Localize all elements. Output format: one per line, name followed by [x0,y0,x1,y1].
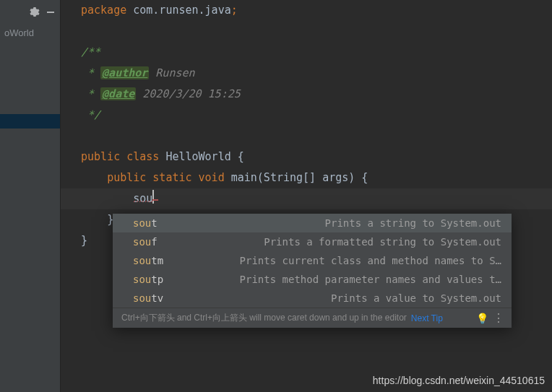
caret [152,190,154,204]
completion-item[interactable]: soutPrints a string to System.out [113,214,512,232]
completion-item-name: soutp [133,274,163,285]
completion-item-name: soutv [133,292,163,304]
bulb-icon[interactable]: 💡 [476,313,488,324]
code-line [61,126,552,147]
typed-text: sou [133,192,152,205]
completion-item-desc: Prints current class and method names to… [163,255,501,266]
completion-item-desc: Prints a formatted string to System.out [158,236,501,248]
completion-item-name: soutm [133,255,163,266]
completion-hint: Ctrl+向下箭头 and Ctrl+向上箭头 will move caret … [121,312,407,324]
code-line-active: sou [61,188,552,209]
completion-popup: soutPrints a string to System.outsoufPri… [113,214,512,328]
completion-item[interactable]: soutmPrints current class and method nam… [113,251,512,270]
code-line: public class HelloWorld { [61,147,552,167]
completion-item[interactable]: soutvPrints a value to System.out [113,289,512,308]
completion-item-desc: Prints a value to System.out [163,292,501,304]
sidebar: oWorld [0,0,61,392]
more-icon[interactable]: ⋮ [493,313,504,324]
completion-item-name: souf [133,236,158,248]
sidebar-selection [0,114,60,129]
code-line: * @date 2020/3/20 15:25 [61,84,552,105]
minimize-icon[interactable] [46,7,56,17]
code-line [61,21,552,42]
next-tip-link[interactable]: Next Tip [411,313,443,323]
code-line: public static void main(String[] args) { [61,167,552,188]
completion-item-name: sout [133,217,158,229]
gear-icon[interactable] [28,6,40,18]
watermark: https://blog.csdn.net/weixin_44510615 [373,375,545,386]
completion-footer: Ctrl+向下箭头 and Ctrl+向上箭头 will move caret … [113,308,512,328]
code-line: /** [61,42,552,63]
completion-item[interactable]: soutpPrints method parameter names and v… [113,270,512,289]
code-editor[interactable]: package com.runsen.java; /** * @author R… [61,0,552,392]
code-line: * @author Runsen [61,63,552,84]
completion-item[interactable]: soufPrints a formatted string to System.… [113,232,512,251]
code-line: package com.runsen.java; [61,0,552,21]
svg-rect-0 [47,12,54,13]
sidebar-toolbar [0,0,60,25]
completion-item-desc: Prints method parameter names and values… [163,274,501,285]
code-line: */ [61,105,552,126]
completion-item-desc: Prints a string to System.out [158,217,501,229]
sidebar-file-item[interactable]: oWorld [0,25,60,41]
